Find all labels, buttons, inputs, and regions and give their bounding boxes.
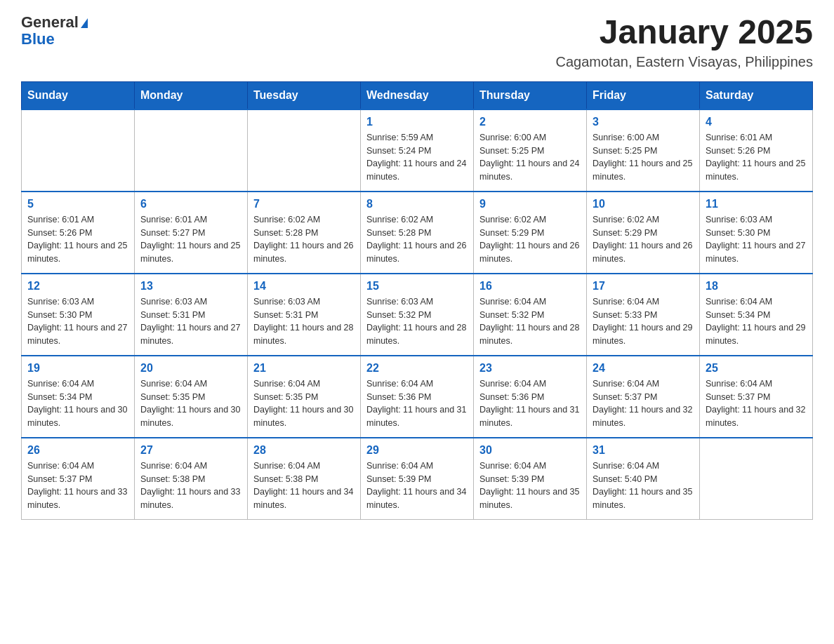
weekday-header-thursday: Thursday <box>474 81 587 109</box>
calendar-cell: 29Sunrise: 6:04 AM Sunset: 5:39 PM Dayli… <box>361 438 474 520</box>
day-number: 28 <box>253 444 355 457</box>
day-number: 19 <box>27 362 128 375</box>
day-info: Sunrise: 6:02 AM Sunset: 5:28 PM Dayligh… <box>366 213 468 266</box>
weekday-header-saturday: Saturday <box>700 81 813 109</box>
day-info: Sunrise: 6:01 AM Sunset: 5:26 PM Dayligh… <box>706 131 807 184</box>
day-info: Sunrise: 6:02 AM Sunset: 5:28 PM Dayligh… <box>253 213 355 266</box>
day-number: 27 <box>140 444 241 457</box>
day-number: 6 <box>140 198 241 210</box>
week-row-1: 1Sunrise: 5:59 AM Sunset: 5:24 PM Daylig… <box>22 109 813 192</box>
calendar-cell: 5Sunrise: 6:01 AM Sunset: 5:26 PM Daylig… <box>22 192 135 274</box>
calendar-cell: 6Sunrise: 6:01 AM Sunset: 5:27 PM Daylig… <box>135 192 248 274</box>
calendar-table: SundayMondayTuesdayWednesdayThursdayFrid… <box>21 81 813 520</box>
day-number: 9 <box>479 198 581 210</box>
weekday-header-tuesday: Tuesday <box>248 81 361 109</box>
day-number: 24 <box>593 362 694 375</box>
day-info: Sunrise: 6:04 AM Sunset: 5:36 PM Dayligh… <box>366 377 468 430</box>
month-title: January 2025 <box>555 14 813 51</box>
calendar-cell <box>700 438 813 520</box>
weekday-header-row: SundayMondayTuesdayWednesdayThursdayFrid… <box>22 81 813 109</box>
day-info: Sunrise: 6:04 AM Sunset: 5:38 PM Dayligh… <box>140 459 241 512</box>
day-info: Sunrise: 6:04 AM Sunset: 5:39 PM Dayligh… <box>366 459 468 512</box>
day-info: Sunrise: 6:04 AM Sunset: 5:37 PM Dayligh… <box>27 459 128 512</box>
day-number: 12 <box>27 280 128 293</box>
day-number: 5 <box>27 198 128 210</box>
logo: General Blue <box>21 14 88 48</box>
day-number: 11 <box>706 198 807 210</box>
day-info: Sunrise: 6:04 AM Sunset: 5:38 PM Dayligh… <box>253 459 355 512</box>
day-info: Sunrise: 6:03 AM Sunset: 5:30 PM Dayligh… <box>27 295 128 348</box>
logo-general-text: General <box>21 14 79 31</box>
day-info: Sunrise: 6:04 AM Sunset: 5:35 PM Dayligh… <box>253 377 355 430</box>
calendar-cell: 26Sunrise: 6:04 AM Sunset: 5:37 PM Dayli… <box>22 438 135 520</box>
day-number: 1 <box>366 116 468 128</box>
day-number: 31 <box>593 444 694 457</box>
calendar-cell: 8Sunrise: 6:02 AM Sunset: 5:28 PM Daylig… <box>361 192 474 274</box>
day-info: Sunrise: 6:01 AM Sunset: 5:27 PM Dayligh… <box>140 213 241 266</box>
calendar-cell: 23Sunrise: 6:04 AM Sunset: 5:36 PM Dayli… <box>474 356 587 438</box>
title-area: January 2025 Cagamotan, Eastern Visayas,… <box>555 14 813 70</box>
day-info: Sunrise: 6:04 AM Sunset: 5:34 PM Dayligh… <box>27 377 128 430</box>
day-number: 30 <box>479 444 581 457</box>
calendar-cell: 13Sunrise: 6:03 AM Sunset: 5:31 PM Dayli… <box>135 274 248 356</box>
day-info: Sunrise: 6:04 AM Sunset: 5:33 PM Dayligh… <box>593 295 694 348</box>
day-number: 4 <box>706 116 807 128</box>
calendar-cell: 20Sunrise: 6:04 AM Sunset: 5:35 PM Dayli… <box>135 356 248 438</box>
day-info: Sunrise: 6:00 AM Sunset: 5:25 PM Dayligh… <box>479 131 581 184</box>
weekday-header-sunday: Sunday <box>22 81 135 109</box>
day-info: Sunrise: 6:01 AM Sunset: 5:26 PM Dayligh… <box>27 213 128 266</box>
calendar-cell: 4Sunrise: 6:01 AM Sunset: 5:26 PM Daylig… <box>700 109 813 192</box>
day-info: Sunrise: 6:00 AM Sunset: 5:25 PM Dayligh… <box>593 131 694 184</box>
day-info: Sunrise: 6:03 AM Sunset: 5:31 PM Dayligh… <box>140 295 241 348</box>
day-info: Sunrise: 6:04 AM Sunset: 5:36 PM Dayligh… <box>479 377 581 430</box>
day-number: 13 <box>140 280 241 293</box>
day-number: 29 <box>366 444 468 457</box>
logo-blue-text: Blue <box>21 31 55 48</box>
calendar-cell <box>135 109 248 192</box>
day-number: 15 <box>366 280 468 293</box>
calendar-cell: 9Sunrise: 6:02 AM Sunset: 5:29 PM Daylig… <box>474 192 587 274</box>
day-number: 10 <box>593 198 694 210</box>
calendar-cell: 3Sunrise: 6:00 AM Sunset: 5:25 PM Daylig… <box>587 109 700 192</box>
day-info: Sunrise: 6:04 AM Sunset: 5:39 PM Dayligh… <box>479 459 581 512</box>
calendar-cell: 12Sunrise: 6:03 AM Sunset: 5:30 PM Dayli… <box>22 274 135 356</box>
calendar-cell <box>248 109 361 192</box>
location-title: Cagamotan, Eastern Visayas, Philippines <box>555 54 813 70</box>
calendar-cell: 24Sunrise: 6:04 AM Sunset: 5:37 PM Dayli… <box>587 356 700 438</box>
day-info: Sunrise: 6:04 AM Sunset: 5:37 PM Dayligh… <box>706 377 807 430</box>
day-info: Sunrise: 6:03 AM Sunset: 5:31 PM Dayligh… <box>253 295 355 348</box>
calendar-cell: 31Sunrise: 6:04 AM Sunset: 5:40 PM Dayli… <box>587 438 700 520</box>
day-number: 3 <box>593 116 694 128</box>
day-number: 17 <box>593 280 694 293</box>
week-row-4: 19Sunrise: 6:04 AM Sunset: 5:34 PM Dayli… <box>22 356 813 438</box>
calendar-cell: 17Sunrise: 6:04 AM Sunset: 5:33 PM Dayli… <box>587 274 700 356</box>
weekday-header-wednesday: Wednesday <box>361 81 474 109</box>
calendar-cell: 22Sunrise: 6:04 AM Sunset: 5:36 PM Dayli… <box>361 356 474 438</box>
day-number: 2 <box>479 116 581 128</box>
day-info: Sunrise: 6:04 AM Sunset: 5:32 PM Dayligh… <box>479 295 581 348</box>
calendar-cell: 27Sunrise: 6:04 AM Sunset: 5:38 PM Dayli… <box>135 438 248 520</box>
day-info: Sunrise: 6:04 AM Sunset: 5:40 PM Dayligh… <box>593 459 694 512</box>
calendar-cell: 28Sunrise: 6:04 AM Sunset: 5:38 PM Dayli… <box>248 438 361 520</box>
day-number: 25 <box>706 362 807 375</box>
calendar-cell: 16Sunrise: 6:04 AM Sunset: 5:32 PM Dayli… <box>474 274 587 356</box>
calendar-cell: 19Sunrise: 6:04 AM Sunset: 5:34 PM Dayli… <box>22 356 135 438</box>
calendar-cell: 21Sunrise: 6:04 AM Sunset: 5:35 PM Dayli… <box>248 356 361 438</box>
day-info: Sunrise: 6:04 AM Sunset: 5:34 PM Dayligh… <box>706 295 807 348</box>
day-number: 14 <box>253 280 355 293</box>
week-row-5: 26Sunrise: 6:04 AM Sunset: 5:37 PM Dayli… <box>22 438 813 520</box>
day-info: Sunrise: 5:59 AM Sunset: 5:24 PM Dayligh… <box>366 131 468 184</box>
calendar-cell: 15Sunrise: 6:03 AM Sunset: 5:32 PM Dayli… <box>361 274 474 356</box>
day-number: 21 <box>253 362 355 375</box>
calendar-cell: 1Sunrise: 5:59 AM Sunset: 5:24 PM Daylig… <box>361 109 474 192</box>
day-info: Sunrise: 6:02 AM Sunset: 5:29 PM Dayligh… <box>593 213 694 266</box>
day-number: 8 <box>366 198 468 210</box>
calendar-cell: 2Sunrise: 6:00 AM Sunset: 5:25 PM Daylig… <box>474 109 587 192</box>
calendar-cell: 14Sunrise: 6:03 AM Sunset: 5:31 PM Dayli… <box>248 274 361 356</box>
day-number: 23 <box>479 362 581 375</box>
day-info: Sunrise: 6:03 AM Sunset: 5:30 PM Dayligh… <box>706 213 807 266</box>
day-number: 22 <box>366 362 468 375</box>
day-info: Sunrise: 6:02 AM Sunset: 5:29 PM Dayligh… <box>479 213 581 266</box>
day-number: 16 <box>479 280 581 293</box>
day-info: Sunrise: 6:04 AM Sunset: 5:37 PM Dayligh… <box>593 377 694 430</box>
